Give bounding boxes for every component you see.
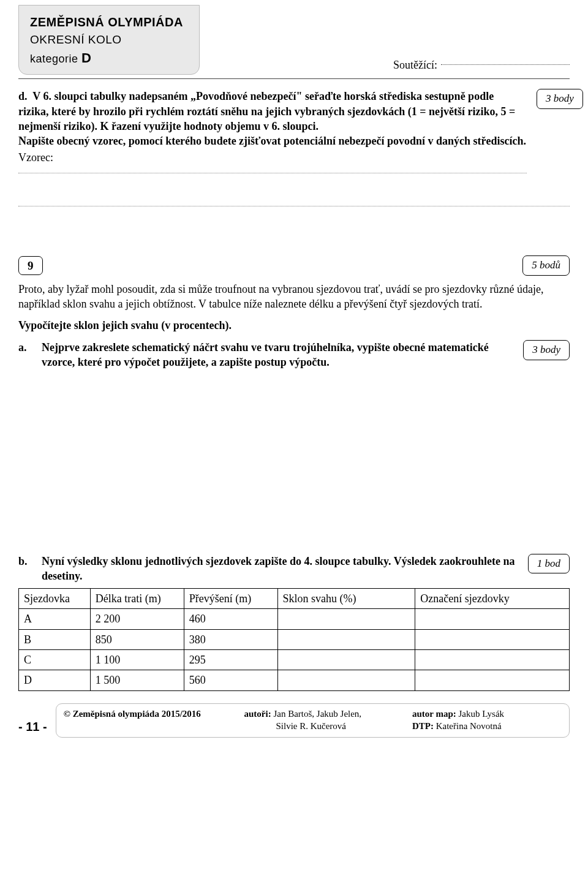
header-box: ZEMĚPISNÁ OLYMPIÁDA OKRESNÍ KOLO kategor… bbox=[18, 5, 200, 75]
cell-input[interactable] bbox=[415, 629, 570, 649]
title-line1: ZEMĚPISNÁ OLYMPIÁDA bbox=[30, 14, 183, 31]
table-row: A2 200460 bbox=[19, 609, 570, 629]
answer-line[interactable] bbox=[18, 198, 570, 206]
competitor-field: Soutěžící: bbox=[393, 58, 570, 75]
points-badge-9: 5 bodů bbox=[522, 255, 570, 276]
q9b-prefix: b. bbox=[18, 554, 32, 569]
formula-line[interactable] bbox=[18, 173, 527, 173]
table-row: B850380 bbox=[19, 629, 570, 649]
competitor-dotline[interactable] bbox=[441, 64, 570, 65]
cell-input[interactable] bbox=[277, 629, 415, 649]
separator bbox=[18, 78, 570, 79]
question-number: 9 bbox=[18, 256, 43, 276]
points-badge-d: 3 body bbox=[537, 89, 583, 109]
cell-input[interactable] bbox=[415, 670, 570, 690]
ski-table: Sjezdovka Délka trati (m) Převýšení (m) … bbox=[18, 588, 570, 690]
q9-intro: Proto, aby lyžař mohl posoudit, zda si m… bbox=[18, 282, 570, 312]
q9b-text: Nyní výsledky sklonu jednotlivých sjezdo… bbox=[42, 554, 518, 584]
table-row: D1 500560 bbox=[19, 670, 570, 690]
cell-input[interactable] bbox=[277, 609, 415, 629]
points-badge-9b: 1 bod bbox=[528, 554, 570, 574]
cell-input[interactable] bbox=[277, 650, 415, 670]
cell-input[interactable] bbox=[277, 670, 415, 690]
title-line2: OKRESNÍ KOLO bbox=[30, 32, 183, 48]
cell-input[interactable] bbox=[415, 650, 570, 670]
title-line3: kategorie D bbox=[30, 49, 183, 67]
cell-input[interactable] bbox=[415, 609, 570, 629]
task-d-text: d. V 6. sloupci tabulky nadepsaném „Povo… bbox=[18, 89, 527, 180]
q9a-workspace[interactable] bbox=[18, 370, 570, 554]
footer: - 11 - © Zeměpisná olympiáda 2015/2016 a… bbox=[18, 703, 570, 738]
table-row: C1 100295 bbox=[19, 650, 570, 670]
q9a-prefix: a. bbox=[18, 340, 32, 355]
table-header-row: Sjezdovka Délka trati (m) Převýšení (m) … bbox=[19, 589, 570, 609]
q9-intro2: Vypočítejte sklon jejich svahu (v procen… bbox=[18, 318, 570, 333]
page-number: - 11 - bbox=[18, 719, 47, 738]
points-badge-9a: 3 body bbox=[523, 340, 570, 360]
q9a-text: Nejprve zakreslete schematický náčrt sva… bbox=[42, 340, 513, 370]
